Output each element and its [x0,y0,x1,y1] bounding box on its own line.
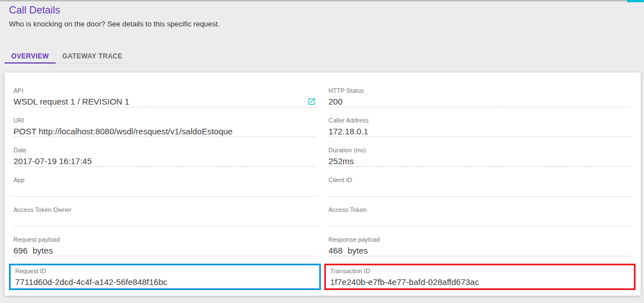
field-unit: bytes [348,246,368,255]
top-divider-line [0,0,644,2]
right-column: HTTP Status 200 Caller Address 172.18.0.… [329,85,632,290]
field-label: Request payload [13,236,316,243]
field-unit: bytes [33,246,53,255]
field-label: Request ID [15,268,315,275]
page-subtitle: Who is knocking on the door? See details… [9,20,635,28]
field-label: App [13,177,316,184]
field-label: API [13,87,316,94]
left-column: API WSDL request 1 / REVISION 1 URI POST… [13,85,316,290]
field-label: Duration (ms) [329,147,632,154]
field-value: POST http://localhost:8080/wsdl/resquest… [13,126,233,137]
field-label: Access Token [329,206,632,214]
field-label: Response payload [329,236,632,243]
field-caller-address: Caller Address 172.18.0.1 [329,115,632,137]
field-transaction-id: Transaction ID 1f7e240b-e7fb-4e77-bafd-0… [330,266,630,288]
tab-bar: OVERVIEW GATEWAY TRACE [4,49,129,64]
field-value: 2017-07-19 16:17:45 [13,156,92,166]
field-value: 468 [329,245,343,256]
field-value: 1f7e240b-e7fb-4e77-bafd-028affd673ac [330,277,479,287]
request-id-highlight-box: Request ID 7711d60d-2dcd-4c4f-a142-56fe8… [9,264,321,290]
field-value: 696 [13,245,28,256]
field-request-id: Request ID 7711d60d-2dcd-4c4f-a142-56fe8… [15,266,315,288]
tab-gateway-trace[interactable]: GATEWAY TRACE [56,49,129,64]
field-client-id: Client ID [329,174,632,197]
field-http-status: HTTP Status 200 [329,85,632,107]
field-value: WSDL request 1 / REVISION 1 [13,96,129,107]
field-label: Transaction ID [330,268,630,275]
field-label: URI [13,117,316,124]
field-value: 7711d60d-2dcd-4c4f-a142-56fe848f16bc [15,277,167,287]
field-date: Date 2017-07-19 16:17:45 [13,144,316,167]
transaction-id-highlight-box: Transaction ID 1f7e240b-e7fb-4e77-bafd-0… [324,264,636,290]
field-duration: Duration (ms) 252ms [329,144,632,167]
field-api: API WSDL request 1 / REVISION 1 [13,85,316,107]
field-label: Caller Address [329,117,632,124]
field-access-token-owner: Access Token Owner [13,204,316,227]
tab-overview[interactable]: OVERVIEW [4,49,56,64]
page-title: Call Details [9,4,635,17]
top-accent-bar [627,0,644,2]
field-label: Date [13,147,316,154]
field-label: Access Token Owner [13,206,316,214]
field-request-payload: Request payload 696 bytes [13,234,316,256]
field-app: App [13,174,316,197]
field-uri: URI POST http://localhost:8080/wsdl/resq… [13,115,316,137]
field-value: 172.18.0.1 [329,126,369,137]
field-label: Client ID [329,177,632,184]
field-label: HTTP Status [329,87,632,94]
field-response-payload: Response payload 468 bytes [329,234,632,256]
field-value: 200 [329,96,343,107]
field-access-token: Access Token [329,204,632,227]
page-header: Call Details Who is knocking on the door… [0,0,644,28]
open-in-new-icon[interactable] [307,97,316,106]
call-details-card: API WSDL request 1 / REVISION 1 URI POST… [4,73,641,296]
field-value: 252ms [329,156,354,166]
